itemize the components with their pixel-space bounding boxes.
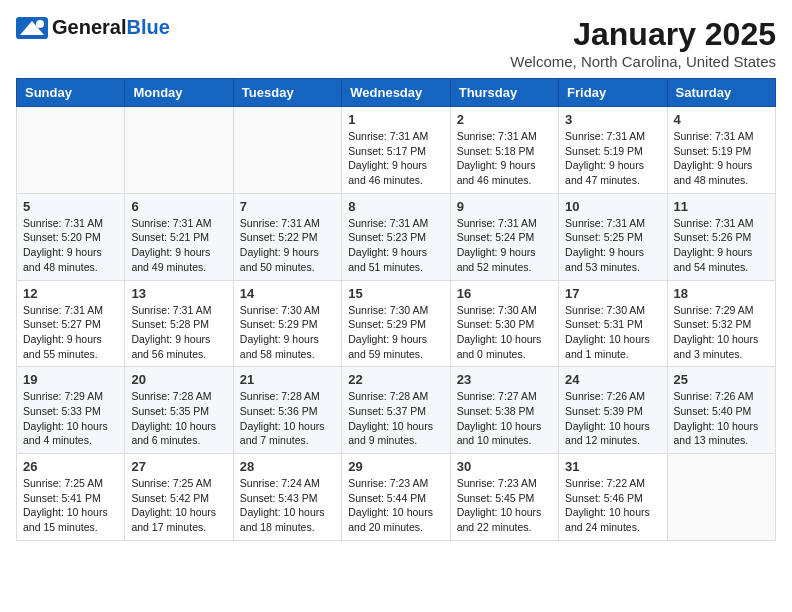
day-number: 8 <box>348 199 443 214</box>
calendar-cell: 25Sunrise: 7:26 AMSunset: 5:40 PMDayligh… <box>667 367 775 454</box>
logo-text: GeneralBlue <box>52 16 170 39</box>
day-info: Sunrise: 7:29 AMSunset: 5:32 PMDaylight:… <box>674 303 769 362</box>
day-number: 27 <box>131 459 226 474</box>
day-number: 20 <box>131 372 226 387</box>
day-info: Sunrise: 7:24 AMSunset: 5:43 PMDaylight:… <box>240 476 335 535</box>
week-row-2: 12Sunrise: 7:31 AMSunset: 5:27 PMDayligh… <box>17 280 776 367</box>
calendar-cell: 4Sunrise: 7:31 AMSunset: 5:19 PMDaylight… <box>667 107 775 194</box>
calendar-cell: 5Sunrise: 7:31 AMSunset: 5:20 PMDaylight… <box>17 193 125 280</box>
day-number: 17 <box>565 286 660 301</box>
day-info: Sunrise: 7:31 AMSunset: 5:21 PMDaylight:… <box>131 216 226 275</box>
day-number: 10 <box>565 199 660 214</box>
day-info: Sunrise: 7:31 AMSunset: 5:26 PMDaylight:… <box>674 216 769 275</box>
logo: GeneralBlue <box>16 16 170 39</box>
day-info: Sunrise: 7:28 AMSunset: 5:37 PMDaylight:… <box>348 389 443 448</box>
calendar-table: SundayMondayTuesdayWednesdayThursdayFrid… <box>16 78 776 541</box>
calendar-cell: 23Sunrise: 7:27 AMSunset: 5:38 PMDayligh… <box>450 367 558 454</box>
calendar-cell: 8Sunrise: 7:31 AMSunset: 5:23 PMDaylight… <box>342 193 450 280</box>
day-number: 1 <box>348 112 443 127</box>
day-number: 15 <box>348 286 443 301</box>
day-info: Sunrise: 7:31 AMSunset: 5:22 PMDaylight:… <box>240 216 335 275</box>
day-number: 26 <box>23 459 118 474</box>
day-info: Sunrise: 7:30 AMSunset: 5:29 PMDaylight:… <box>348 303 443 362</box>
week-row-3: 19Sunrise: 7:29 AMSunset: 5:33 PMDayligh… <box>17 367 776 454</box>
day-number: 24 <box>565 372 660 387</box>
calendar-cell: 28Sunrise: 7:24 AMSunset: 5:43 PMDayligh… <box>233 454 341 541</box>
day-info: Sunrise: 7:28 AMSunset: 5:35 PMDaylight:… <box>131 389 226 448</box>
header: GeneralBlue January 2025 Welcome, North … <box>16 16 776 70</box>
day-number: 25 <box>674 372 769 387</box>
day-info: Sunrise: 7:22 AMSunset: 5:46 PMDaylight:… <box>565 476 660 535</box>
week-row-0: 1Sunrise: 7:31 AMSunset: 5:17 PMDaylight… <box>17 107 776 194</box>
day-info: Sunrise: 7:29 AMSunset: 5:33 PMDaylight:… <box>23 389 118 448</box>
day-number: 5 <box>23 199 118 214</box>
weekday-header-thursday: Thursday <box>450 79 558 107</box>
calendar-cell <box>233 107 341 194</box>
weekday-header-saturday: Saturday <box>667 79 775 107</box>
month-title: January 2025 <box>510 16 776 53</box>
day-info: Sunrise: 7:30 AMSunset: 5:31 PMDaylight:… <box>565 303 660 362</box>
calendar-cell: 20Sunrise: 7:28 AMSunset: 5:35 PMDayligh… <box>125 367 233 454</box>
day-info: Sunrise: 7:31 AMSunset: 5:25 PMDaylight:… <box>565 216 660 275</box>
day-info: Sunrise: 7:31 AMSunset: 5:20 PMDaylight:… <box>23 216 118 275</box>
day-number: 23 <box>457 372 552 387</box>
day-number: 21 <box>240 372 335 387</box>
title-area: January 2025 Welcome, North Carolina, Un… <box>510 16 776 70</box>
calendar-cell: 11Sunrise: 7:31 AMSunset: 5:26 PMDayligh… <box>667 193 775 280</box>
day-number: 3 <box>565 112 660 127</box>
day-number: 4 <box>674 112 769 127</box>
day-number: 14 <box>240 286 335 301</box>
calendar-cell: 6Sunrise: 7:31 AMSunset: 5:21 PMDaylight… <box>125 193 233 280</box>
calendar-cell: 31Sunrise: 7:22 AMSunset: 5:46 PMDayligh… <box>559 454 667 541</box>
weekday-header-friday: Friday <box>559 79 667 107</box>
calendar-cell: 12Sunrise: 7:31 AMSunset: 5:27 PMDayligh… <box>17 280 125 367</box>
day-info: Sunrise: 7:27 AMSunset: 5:38 PMDaylight:… <box>457 389 552 448</box>
calendar-cell: 24Sunrise: 7:26 AMSunset: 5:39 PMDayligh… <box>559 367 667 454</box>
location-title: Welcome, North Carolina, United States <box>510 53 776 70</box>
day-info: Sunrise: 7:31 AMSunset: 5:27 PMDaylight:… <box>23 303 118 362</box>
calendar-cell: 22Sunrise: 7:28 AMSunset: 5:37 PMDayligh… <box>342 367 450 454</box>
logo-icon <box>16 17 48 39</box>
weekday-header-row: SundayMondayTuesdayWednesdayThursdayFrid… <box>17 79 776 107</box>
calendar-cell: 15Sunrise: 7:30 AMSunset: 5:29 PMDayligh… <box>342 280 450 367</box>
day-info: Sunrise: 7:28 AMSunset: 5:36 PMDaylight:… <box>240 389 335 448</box>
day-number: 12 <box>23 286 118 301</box>
calendar-cell: 13Sunrise: 7:31 AMSunset: 5:28 PMDayligh… <box>125 280 233 367</box>
day-info: Sunrise: 7:31 AMSunset: 5:19 PMDaylight:… <box>565 129 660 188</box>
weekday-header-tuesday: Tuesday <box>233 79 341 107</box>
day-number: 16 <box>457 286 552 301</box>
day-info: Sunrise: 7:26 AMSunset: 5:39 PMDaylight:… <box>565 389 660 448</box>
calendar-cell: 26Sunrise: 7:25 AMSunset: 5:41 PMDayligh… <box>17 454 125 541</box>
day-info: Sunrise: 7:23 AMSunset: 5:45 PMDaylight:… <box>457 476 552 535</box>
day-number: 28 <box>240 459 335 474</box>
day-info: Sunrise: 7:25 AMSunset: 5:41 PMDaylight:… <box>23 476 118 535</box>
calendar-cell: 9Sunrise: 7:31 AMSunset: 5:24 PMDaylight… <box>450 193 558 280</box>
day-number: 18 <box>674 286 769 301</box>
day-number: 31 <box>565 459 660 474</box>
calendar-cell: 7Sunrise: 7:31 AMSunset: 5:22 PMDaylight… <box>233 193 341 280</box>
calendar-cell: 30Sunrise: 7:23 AMSunset: 5:45 PMDayligh… <box>450 454 558 541</box>
day-info: Sunrise: 7:31 AMSunset: 5:18 PMDaylight:… <box>457 129 552 188</box>
svg-point-2 <box>36 20 44 28</box>
week-row-1: 5Sunrise: 7:31 AMSunset: 5:20 PMDaylight… <box>17 193 776 280</box>
day-number: 9 <box>457 199 552 214</box>
calendar-cell: 29Sunrise: 7:23 AMSunset: 5:44 PMDayligh… <box>342 454 450 541</box>
day-number: 22 <box>348 372 443 387</box>
day-number: 7 <box>240 199 335 214</box>
day-number: 11 <box>674 199 769 214</box>
day-info: Sunrise: 7:31 AMSunset: 5:19 PMDaylight:… <box>674 129 769 188</box>
calendar-cell: 14Sunrise: 7:30 AMSunset: 5:29 PMDayligh… <box>233 280 341 367</box>
day-info: Sunrise: 7:30 AMSunset: 5:30 PMDaylight:… <box>457 303 552 362</box>
day-number: 2 <box>457 112 552 127</box>
calendar-cell: 27Sunrise: 7:25 AMSunset: 5:42 PMDayligh… <box>125 454 233 541</box>
day-number: 6 <box>131 199 226 214</box>
day-number: 13 <box>131 286 226 301</box>
calendar-cell: 17Sunrise: 7:30 AMSunset: 5:31 PMDayligh… <box>559 280 667 367</box>
day-number: 29 <box>348 459 443 474</box>
day-info: Sunrise: 7:23 AMSunset: 5:44 PMDaylight:… <box>348 476 443 535</box>
day-info: Sunrise: 7:30 AMSunset: 5:29 PMDaylight:… <box>240 303 335 362</box>
day-info: Sunrise: 7:31 AMSunset: 5:28 PMDaylight:… <box>131 303 226 362</box>
calendar-cell <box>17 107 125 194</box>
weekday-header-wednesday: Wednesday <box>342 79 450 107</box>
calendar-cell: 19Sunrise: 7:29 AMSunset: 5:33 PMDayligh… <box>17 367 125 454</box>
